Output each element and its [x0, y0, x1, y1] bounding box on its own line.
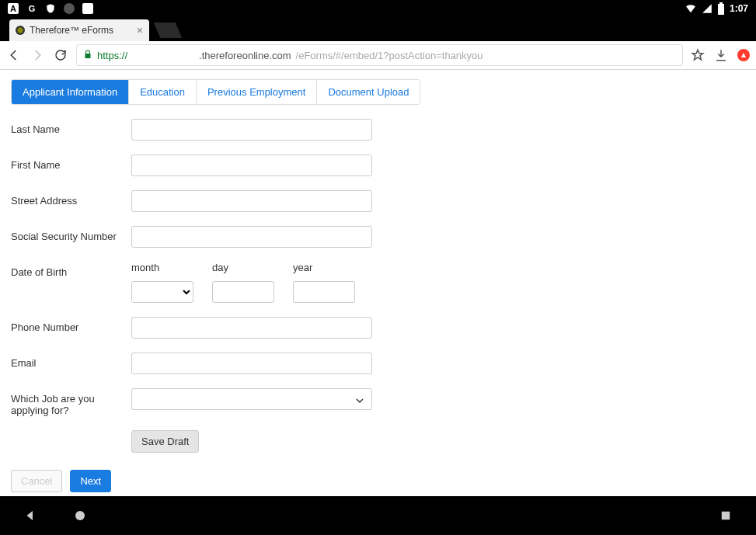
form-tabs: Applicant Information Education Previous…: [11, 79, 420, 105]
svg-point-2: [75, 511, 85, 520]
input-phone[interactable]: [131, 317, 372, 339]
next-button[interactable]: Next: [70, 470, 111, 492]
svg-rect-1: [719, 2, 723, 4]
star-icon[interactable]: [691, 48, 705, 62]
label-dob-month: month: [131, 262, 193, 273]
tab-title: Therefore™ eForms: [30, 25, 113, 36]
address-bar[interactable]: https:// .thereforeonline.com/eForms/#/e…: [76, 44, 683, 66]
status-icon-note: [82, 3, 93, 14]
browser-tab[interactable]: Therefore™ eForms ×: [9, 19, 149, 41]
chevron-down-icon: [356, 395, 364, 407]
tab-education[interactable]: Education: [129, 80, 197, 104]
label-street-address: Street Address: [11, 190, 131, 207]
android-recent-icon[interactable]: [719, 509, 733, 523]
label-first-name: First Name: [11, 155, 131, 171]
url-scheme: https://: [97, 50, 127, 61]
label-dob-day: day: [212, 262, 274, 273]
input-first-name[interactable]: [131, 155, 372, 176]
url-host: .thereforeonline.com: [199, 50, 291, 61]
svg-rect-3: [722, 512, 730, 520]
label-job: Which Job are you applying for?: [11, 388, 131, 416]
back-button[interactable]: [6, 47, 22, 63]
status-icon-shield: [45, 3, 56, 14]
status-icon-dot: [64, 3, 75, 14]
cancel-button[interactable]: Cancel: [11, 470, 62, 492]
label-email: Email: [11, 353, 131, 369]
reload-button[interactable]: [53, 47, 68, 63]
forward-button[interactable]: [30, 47, 45, 63]
save-draft-button[interactable]: Save Draft: [131, 430, 199, 453]
android-back-icon[interactable]: [23, 509, 37, 523]
svg-rect-0: [718, 4, 724, 15]
input-dob-year[interactable]: [293, 281, 355, 303]
battery-icon: [717, 2, 725, 15]
new-tab-button[interactable]: [154, 23, 182, 38]
url-path: /eForms/#/embed/1?postAction=thankyou: [296, 50, 483, 61]
download-icon[interactable]: [714, 48, 728, 62]
tab-favicon: [16, 26, 25, 35]
input-street-address[interactable]: [131, 190, 372, 212]
status-icon-a: A: [8, 3, 19, 14]
signal-icon: [702, 3, 712, 14]
label-dob-year: year: [293, 262, 355, 273]
input-last-name[interactable]: [131, 119, 372, 141]
android-nav-bar: [0, 496, 756, 535]
lock-icon: [83, 50, 92, 61]
label-ssn: Social Security Number: [11, 226, 131, 242]
select-job[interactable]: [131, 388, 372, 410]
browser-toolbar: https:// .thereforeonline.com/eForms/#/e…: [0, 41, 756, 70]
tab-applicant-information[interactable]: Applicant Information: [12, 80, 129, 104]
wifi-icon: [685, 2, 697, 15]
tab-close-icon[interactable]: ×: [137, 24, 143, 36]
android-home-icon[interactable]: [73, 509, 87, 523]
label-dob: Date of Birth: [11, 262, 131, 278]
page-content: Applicant Information Education Previous…: [0, 70, 756, 496]
label-phone: Phone Number: [11, 317, 131, 333]
status-icon-g: G: [26, 3, 37, 14]
input-ssn[interactable]: [131, 226, 372, 248]
status-clock: 1:07: [730, 3, 748, 14]
input-email[interactable]: [131, 353, 372, 374]
input-dob-day[interactable]: [212, 281, 274, 303]
label-last-name: Last Name: [11, 119, 131, 135]
select-dob-month[interactable]: [131, 281, 193, 303]
extension-icon[interactable]: [737, 49, 750, 61]
browser-tabstrip: Therefore™ eForms ×: [0, 17, 756, 41]
tab-document-upload[interactable]: Document Upload: [317, 80, 420, 104]
tab-previous-employment[interactable]: Previous Employment: [197, 80, 317, 104]
android-status-bar: A G 1:07: [0, 0, 756, 17]
